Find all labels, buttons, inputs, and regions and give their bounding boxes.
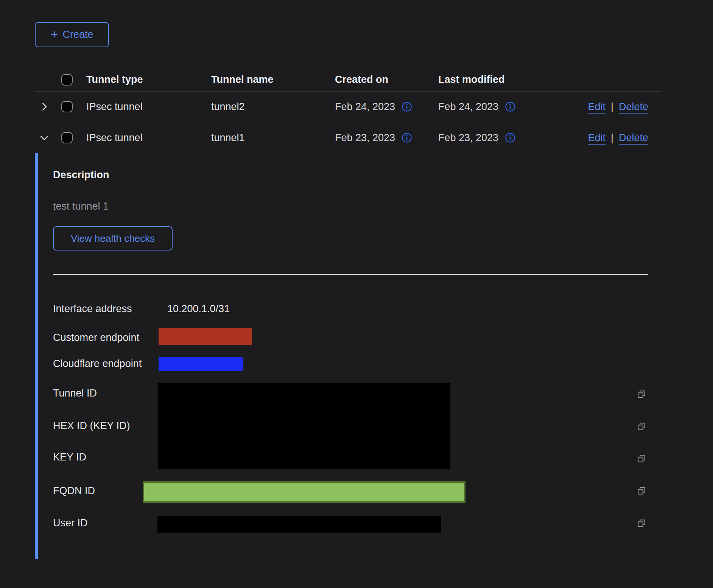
chevron-down-icon [39,132,50,143]
plus-icon: + [51,28,58,40]
chevron-right-icon [39,101,50,112]
column-header-last-modified: Last modified [438,74,557,86]
column-header-tunnel-name: Tunnel name [211,74,335,86]
create-button[interactable]: + Create [35,22,109,47]
tunnel-type-cell: IPsec tunnel [86,101,211,113]
user-id-redacted-value [157,516,441,533]
ids-redacted-value [158,383,450,469]
view-health-checks-button[interactable]: View health checks [53,226,173,250]
column-header-created-on: Created on [335,74,438,86]
created-on-cell: Feb 23, 2023 [335,132,395,144]
column-header-tunnel-type: Tunnel type [86,74,211,86]
interface-address-value: 10.200.1.0/31 [167,303,230,315]
delete-link[interactable]: Delete [619,132,648,144]
create-button-label: Create [62,29,93,40]
table-header-row: Tunnel type Tunnel name Created on Last … [35,68,661,92]
delete-link[interactable]: Delete [619,101,648,113]
tunnel-id-label: Tunnel ID [53,387,97,399]
copy-key-id-button[interactable] [636,453,647,464]
description-label: Description [53,169,109,181]
copy-icon [636,389,647,400]
collapse-row-button[interactable] [39,132,50,143]
copy-icon [636,518,647,529]
tunnel-name-cell: tunnel1 [211,132,335,144]
copy-icon [636,453,647,464]
edit-link[interactable]: Edit [588,132,606,144]
edit-link[interactable]: Edit [588,101,606,113]
info-icon[interactable] [504,132,516,143]
action-separator: | [611,101,613,113]
info-icon[interactable] [401,132,413,143]
fqdn-id-label: FQDN ID [53,485,95,497]
key-id-label: KEY ID [53,451,86,463]
copy-tunnel-id-button[interactable] [636,389,647,400]
action-separator: | [611,132,613,144]
copy-user-id-button[interactable] [636,518,647,529]
tunnel-name-cell: tunnel2 [211,101,335,113]
customer-endpoint-redacted-value [159,328,252,345]
customer-endpoint-label: Customer endpoint [53,332,139,344]
last-modified-cell: Feb 23, 2023 [438,132,498,144]
hex-id-label: HEX ID (KEY ID) [53,420,130,432]
table-row: IPsec tunnel tunnel2 Feb 24, 2023 Feb 24… [35,92,661,122]
table-row: IPsec tunnel tunnel1 Feb 23, 2023 Feb 23… [35,122,661,153]
select-all-checkbox[interactable] [61,74,73,86]
fqdn-id-redacted-value [143,481,465,503]
row-checkbox[interactable] [61,101,73,112]
tunnels-table: Tunnel type Tunnel name Created on Last … [35,68,661,153]
copy-icon [636,421,647,432]
created-on-cell: Feb 24, 2023 [335,101,395,113]
description-value: test tunnel 1 [53,201,109,212]
tunnels-page: + Create Tunnel type Tunnel name Created… [0,0,713,588]
cloudflare-endpoint-label: Cloudflare endpoint [53,358,142,370]
cloudflare-endpoint-redacted-value [159,357,243,371]
user-id-label: User ID [53,517,88,529]
info-icon[interactable] [504,101,516,112]
section-divider [53,274,648,275]
copy-fqdn-id-button[interactable] [636,485,647,496]
tunnel-details-panel: Description test tunnel 1 View health ch… [35,153,661,559]
info-icon[interactable] [401,101,413,112]
row-checkbox[interactable] [61,132,73,143]
tunnel-type-cell: IPsec tunnel [86,132,211,144]
expand-row-button[interactable] [39,101,50,112]
interface-address-label: Interface address [53,303,132,315]
copy-hex-id-button[interactable] [636,421,647,432]
copy-icon [636,485,647,496]
last-modified-cell: Feb 24, 2023 [438,101,498,113]
